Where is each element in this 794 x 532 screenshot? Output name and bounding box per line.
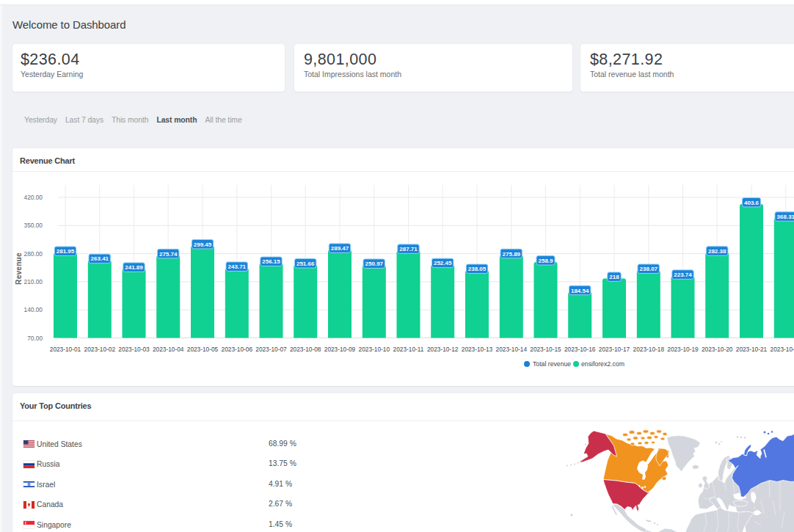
svg-text:ensiforex2.com: ensiforex2.com bbox=[581, 360, 624, 368]
svg-text:218: 218 bbox=[609, 274, 619, 280]
svg-text:2023-10-04: 2023-10-04 bbox=[153, 346, 184, 353]
svg-text:184.54: 184.54 bbox=[571, 288, 589, 294]
svg-text:2023-10-20: 2023-10-20 bbox=[702, 346, 733, 353]
svg-text:210.00: 210.00 bbox=[24, 278, 43, 285]
svg-text:256.15: 256.15 bbox=[262, 258, 280, 265]
svg-text:241.89: 241.89 bbox=[125, 264, 143, 271]
svg-text:280.00: 280.00 bbox=[24, 250, 43, 258]
svg-text:2023-10-02: 2023-10-02 bbox=[84, 346, 116, 353]
svg-text:70.00: 70.00 bbox=[27, 335, 43, 342]
svg-text:251.66: 251.66 bbox=[296, 260, 315, 267]
svg-text:2023-10-09: 2023-10-09 bbox=[324, 346, 356, 353]
svg-text:275.74: 275.74 bbox=[159, 251, 178, 258]
svg-text:238.05: 238.05 bbox=[468, 266, 487, 272]
svg-text:299.45: 299.45 bbox=[194, 241, 212, 248]
svg-text:2023-10-15: 2023-10-15 bbox=[530, 346, 561, 353]
svg-text:263.41: 263.41 bbox=[91, 255, 109, 262]
svg-text:243.71: 243.71 bbox=[228, 263, 247, 270]
svg-text:252.45: 252.45 bbox=[434, 260, 452, 266]
svg-text:2023-10-11: 2023-10-11 bbox=[393, 346, 424, 353]
svg-text:2023-10-21: 2023-10-21 bbox=[736, 346, 768, 353]
svg-text:2023-10-01: 2023-10-01 bbox=[50, 346, 81, 353]
svg-text:368.31: 368.31 bbox=[777, 214, 794, 220]
svg-text:403.6: 403.6 bbox=[744, 200, 760, 206]
svg-text:Total revenue: Total revenue bbox=[533, 360, 571, 368]
svg-text:289.47: 289.47 bbox=[331, 245, 349, 252]
svg-text:140.00: 140.00 bbox=[24, 306, 43, 313]
svg-text:2023-10-16: 2023-10-16 bbox=[564, 346, 596, 353]
svg-text:2023-10-10: 2023-10-10 bbox=[359, 346, 390, 353]
svg-text:2023-10-19: 2023-10-19 bbox=[667, 346, 699, 353]
svg-text:2023-10-13: 2023-10-13 bbox=[462, 346, 493, 353]
svg-text:250.97: 250.97 bbox=[365, 260, 384, 267]
svg-text:282.38: 282.38 bbox=[708, 248, 726, 255]
svg-text:2023-10-03: 2023-10-03 bbox=[118, 346, 150, 353]
svg-text:275.89: 275.89 bbox=[503, 251, 521, 258]
svg-text:Revenue: Revenue bbox=[15, 252, 23, 285]
svg-text:420.00: 420.00 bbox=[24, 194, 43, 201]
svg-text:287.71: 287.71 bbox=[399, 246, 418, 252]
svg-text:281.95: 281.95 bbox=[57, 248, 75, 255]
svg-text:350.00: 350.00 bbox=[24, 222, 43, 229]
svg-text:2023-10-06: 2023-10-06 bbox=[222, 346, 253, 353]
svg-text:223.74: 223.74 bbox=[674, 272, 692, 278]
svg-text:2023-10-12: 2023-10-12 bbox=[427, 346, 459, 353]
svg-text:2023-10-18: 2023-10-18 bbox=[633, 346, 665, 353]
svg-text:2023-10-17: 2023-10-17 bbox=[599, 346, 630, 353]
svg-text:258.9: 258.9 bbox=[538, 258, 553, 264]
svg-text:2023-10-08: 2023-10-08 bbox=[290, 346, 321, 353]
svg-text:238.07: 238.07 bbox=[640, 266, 658, 272]
svg-text:2023-10-05: 2023-10-05 bbox=[187, 346, 219, 353]
svg-text:2023-10-07: 2023-10-07 bbox=[255, 346, 287, 353]
svg-text:2023-10-14: 2023-10-14 bbox=[496, 346, 528, 353]
svg-text:2023-10-22: 2023-10-22 bbox=[771, 346, 794, 353]
